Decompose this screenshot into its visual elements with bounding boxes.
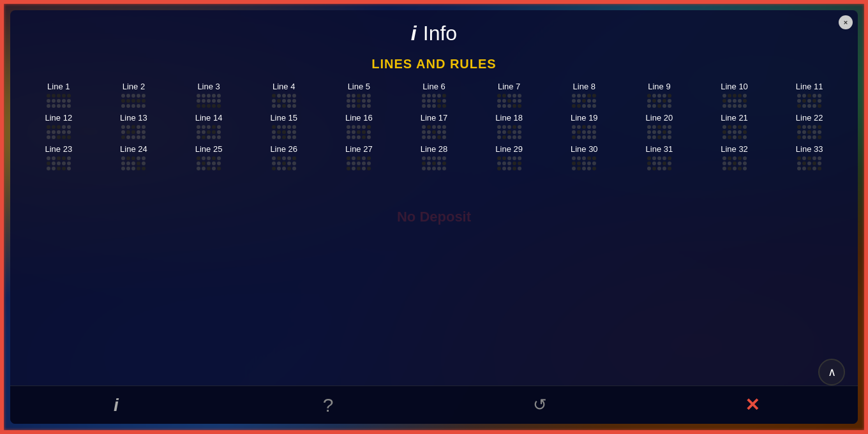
line-item: Line 28: [398, 144, 470, 170]
line-item: Line 24: [98, 144, 170, 170]
dot: [207, 130, 211, 134]
close-button[interactable]: ×: [839, 15, 853, 29]
dot: [57, 99, 61, 103]
dot: [728, 125, 731, 129]
dot: [657, 104, 661, 108]
dot: [212, 125, 216, 129]
dot: [292, 125, 296, 129]
dot: [733, 135, 737, 139]
nav-question-button[interactable]: ?: [312, 389, 344, 421]
dot: [126, 125, 130, 129]
line-item: Line 23: [23, 144, 94, 170]
line-label: Line 7: [498, 82, 520, 91]
dot: [137, 156, 140, 160]
dot: [432, 135, 436, 139]
dot: [442, 156, 446, 160]
dot: [502, 125, 506, 129]
dot: [142, 94, 146, 98]
dot: [497, 99, 501, 103]
dot: [347, 156, 350, 160]
dot: [662, 167, 666, 170]
dot: [352, 161, 355, 165]
dot: [502, 167, 506, 170]
dot: [743, 125, 747, 129]
scroll-up-button[interactable]: ∧: [818, 359, 845, 385]
dot: [797, 99, 801, 103]
dot: [367, 104, 371, 108]
line-label: Line 31: [646, 144, 673, 154]
dot: [657, 167, 661, 170]
dot: [437, 130, 441, 134]
dot: [797, 135, 801, 139]
dot: [518, 99, 521, 103]
dot: [197, 161, 200, 165]
dot: [592, 94, 596, 98]
line-item: Line 19: [548, 113, 620, 139]
line-dots: [797, 156, 821, 170]
dot: [577, 104, 581, 108]
dot: [587, 161, 591, 165]
dot: [197, 104, 200, 108]
nav-info-button[interactable]: i: [100, 389, 132, 421]
dot: [432, 104, 436, 108]
dot: [722, 135, 726, 139]
line-label: Line 33: [796, 144, 823, 154]
dot: [518, 94, 521, 98]
dot: [357, 167, 361, 170]
line-item: Line 32: [699, 144, 770, 170]
dot: [738, 167, 742, 170]
dot: [518, 125, 521, 129]
dot: [137, 167, 140, 170]
line-label: Line 21: [721, 113, 748, 123]
dot: [207, 125, 211, 129]
dot: [582, 125, 586, 129]
dot: [282, 99, 286, 103]
nav-history-icon: ↺: [533, 395, 547, 415]
dot: [497, 161, 501, 165]
dot: [668, 135, 671, 139]
line-item: Line 2: [98, 82, 170, 108]
dot: [121, 156, 125, 160]
dot: [367, 156, 371, 160]
dot: [347, 135, 350, 139]
dot: [728, 156, 731, 160]
dot: [518, 167, 521, 170]
dot: [131, 156, 135, 160]
nav-history-button[interactable]: ↺: [524, 389, 556, 421]
dot: [347, 125, 350, 129]
dot: [277, 161, 281, 165]
header: i Info: [10, 10, 858, 52]
dot: [422, 125, 426, 129]
dot: [207, 94, 211, 98]
dot: [582, 156, 586, 160]
content-area[interactable]: Line 1Line 2Line 3Line 4Line 5Line 6Line…: [10, 82, 858, 385]
dot: [137, 99, 140, 103]
dot: [507, 125, 511, 129]
dot: [802, 161, 806, 165]
line-label: Line 3: [197, 82, 220, 91]
dot: [668, 125, 671, 129]
dot: [67, 135, 71, 139]
dot: [357, 135, 361, 139]
dot: [652, 156, 656, 160]
dot: [427, 130, 431, 134]
dot: [352, 99, 355, 103]
dot: [442, 94, 446, 98]
dot: [362, 94, 366, 98]
dot: [427, 99, 431, 103]
dot: [272, 130, 276, 134]
dot: [217, 156, 221, 160]
dot: [287, 161, 291, 165]
outer-border: × i Info LINES AND RULES Line 1Line 2Lin…: [0, 0, 868, 434]
dot: [282, 125, 286, 129]
dot: [367, 135, 371, 139]
line-dots: [47, 156, 71, 170]
dot: [62, 99, 66, 103]
dot: [62, 167, 66, 170]
dot: [362, 161, 366, 165]
nav-close-button[interactable]: ✕: [736, 389, 768, 421]
dot: [812, 130, 816, 134]
line-label: Line 24: [120, 144, 147, 154]
dot: [62, 104, 66, 108]
dot: [807, 104, 811, 108]
